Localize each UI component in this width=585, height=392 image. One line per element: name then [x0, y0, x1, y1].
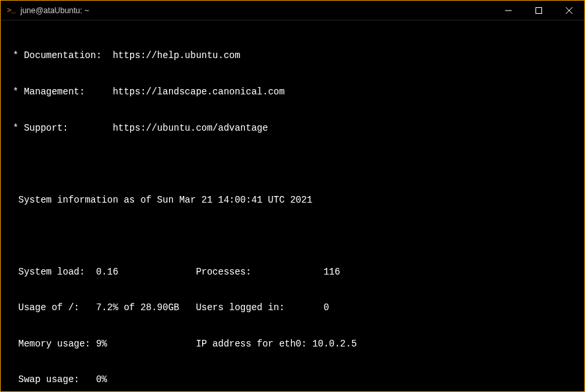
maximize-button[interactable] [524, 1, 554, 20]
support-label: * Support: [7, 123, 113, 133]
mgmt-url: https://landscape.canonical.com [113, 86, 285, 97]
sysinfo-row: Swap usage: 0% [7, 374, 578, 385]
terminal-content[interactable]: * Documentation: https://help.ubuntu.com… [1, 20, 584, 391]
support-url: https://ubuntu.com/advantage [113, 123, 268, 133]
titlebar[interactable]: >_ june@ataUbuntu: ~ [1, 1, 584, 20]
close-icon [566, 7, 572, 14]
window-title: june@ataUbuntu: ~ [20, 6, 89, 15]
minimize-button[interactable] [493, 1, 524, 20]
terminal-window: >_ june@ataUbuntu: ~ * Documentation: ht… [0, 0, 585, 392]
minimize-icon [505, 7, 512, 14]
close-button[interactable] [554, 1, 584, 20]
titlebar-left: >_ june@ataUbuntu: ~ [6, 5, 89, 16]
motd-line: * Management: https://landscape.canonica… [7, 86, 578, 98]
motd-line: * Support: https://ubuntu.com/advantage [7, 122, 578, 134]
sysinfo-row: Usage of /: 7.2% of 28.90GB Users logged… [7, 302, 578, 313]
sysinfo-header: System information as of Sun Mar 21 14:0… [7, 194, 578, 206]
sysinfo-row: System load: 0.16 Processes: 116 [7, 266, 578, 278]
svg-rect-1 [536, 7, 542, 13]
doc-label: * Documentation: [7, 50, 113, 61]
blank-line [7, 230, 578, 242]
mgmt-label: * Management: [7, 86, 113, 97]
blank-line [7, 158, 578, 170]
sysinfo-row: Memory usage: 9% IP address for eth0: 10… [7, 338, 578, 350]
motd-line: * Documentation: https://help.ubuntu.com [7, 49, 578, 61]
titlebar-controls [493, 1, 584, 20]
maximize-icon [535, 7, 542, 14]
terminal-icon: >_ [6, 5, 17, 16]
doc-url: https://help.ubuntu.com [113, 50, 240, 61]
